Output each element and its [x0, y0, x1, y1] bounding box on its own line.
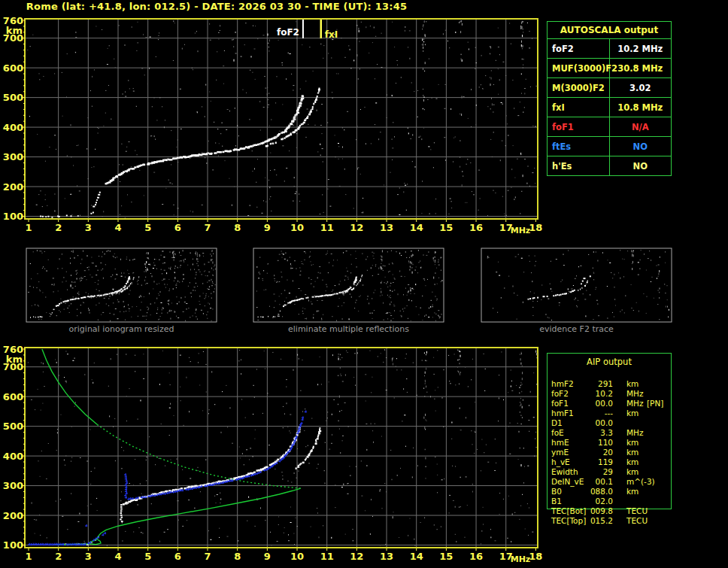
- y-tick-label: 500: [3, 421, 23, 432]
- aip-parameter-label: hmF1: [551, 409, 574, 418]
- aip-parameter-value: 291: [577, 379, 613, 389]
- autoscala-parameter-label: foF1: [548, 117, 610, 137]
- x-tick-label: 13: [380, 222, 393, 233]
- panel-border: [26, 248, 217, 322]
- e-layer-trace: [40, 212, 94, 218]
- aip-parameter-label: foE: [551, 428, 564, 438]
- aip-row: TEC[Top]015.2TECU: [547, 516, 672, 526]
- autoscala-table-title: AUTOSCALA output: [548, 22, 672, 39]
- aip-parameter-label: D1: [551, 418, 563, 428]
- x-tick-label: 14: [410, 551, 423, 562]
- y-axis-labels: 760700600500400300200100km: [3, 344, 23, 551]
- x-tick-label: 7: [204, 222, 211, 233]
- x-tick-label: 9: [264, 222, 271, 233]
- aip-parameter-value: 02.0: [577, 497, 613, 506]
- fxI-marker-label: fxI: [325, 29, 338, 40]
- aip-row: foF210.2MHz: [547, 389, 672, 399]
- aip-row: B0088.0km: [547, 487, 672, 497]
- panel-caption-original: original ionogram resized: [26, 324, 217, 334]
- aip-parameter-unit: TECU: [626, 516, 648, 526]
- aip-row: hmE110km: [547, 438, 672, 448]
- profile-ionogram-plot: 760700600500400300200100km12345678910111…: [0, 342, 549, 568]
- aip-parameter-value: 3.3: [577, 428, 613, 438]
- aip-parameter-label: ymE: [551, 448, 569, 457]
- y-tick-label: 200: [3, 510, 23, 521]
- x-tick-label: 4: [114, 222, 121, 233]
- station-title: Rome (lat: +41.8, lon: 012.5) - DATE: 20…: [0, 1, 433, 12]
- aip-parameter-value: 00.1: [577, 477, 613, 487]
- y-tick-label: 100: [3, 539, 23, 551]
- y-tick-label: 600: [3, 391, 23, 402]
- aip-row: foF100.0MHz[PN]: [547, 399, 672, 409]
- y-tick-label: 100: [3, 211, 23, 222]
- panel-caption-reflections: eliminate multiple reflections: [253, 324, 444, 334]
- y-tick-label: 300: [3, 151, 23, 163]
- aip-parameter-unit: km: [626, 448, 639, 457]
- y-tick-label: 200: [3, 181, 23, 193]
- aip-parameter-unit: MHz: [626, 428, 643, 438]
- bottom-frame: [25, 348, 538, 548]
- autoscala-row: M(3000)F23.02: [548, 78, 672, 98]
- restored-trace-blue: [28, 410, 307, 545]
- aip-parameter-label: Ewidth: [551, 467, 578, 477]
- autoscala-parameter-value: 3.02: [609, 78, 672, 98]
- autoscala-parameter-value: N/A: [609, 117, 672, 137]
- y-tick-label: 300: [3, 480, 23, 491]
- autoscala-row: MUF(3000)F230.8 MHz: [548, 59, 672, 78]
- x-axis-labels: 123456789101112131415161718MHz: [25, 551, 542, 564]
- x-tick-label: 16: [469, 551, 483, 562]
- x-tick-label: 3: [85, 222, 92, 233]
- aip-parameter-label: h_vE: [551, 457, 570, 467]
- aip-table-title: AIP output: [547, 357, 672, 367]
- x-tick-label: 8: [234, 551, 241, 562]
- aip-parameter-label: hmE: [551, 438, 569, 448]
- aip-row: TEC[Bot]009.8TECU: [547, 506, 672, 516]
- aip-row: hmF1---km: [547, 409, 672, 418]
- x-tick-label: 5: [144, 551, 151, 562]
- autoscala-row: h'EsNO: [548, 156, 672, 176]
- autoscala-parameter-label: MUF(3000)F2: [548, 59, 610, 78]
- panel-caption-f2trace: evidence F2 trace: [481, 324, 672, 334]
- aip-row: h_vE119km: [547, 457, 672, 467]
- aip-parameter-label: foF2: [551, 389, 569, 399]
- autoscala-parameter-label: h'Es: [548, 156, 610, 176]
- x-tick-label: 18: [529, 222, 542, 233]
- x-tick-label: 15: [439, 551, 453, 562]
- recorded-ionogram-plot: 760700600500400300200100km12345678910111…: [0, 14, 549, 239]
- autoscala-row: ftEsNO: [548, 137, 672, 156]
- autoscala-parameter-value: 10.2 MHz: [609, 39, 672, 59]
- axis-ticks: [22, 20, 535, 222]
- x-tick-label: 10: [290, 551, 304, 562]
- aip-parameter-label: B1: [551, 497, 562, 506]
- gridlines: [26, 20, 537, 218]
- aip-parameter-value: 009.8: [577, 506, 613, 516]
- aip-parameter-value: 29: [577, 467, 613, 477]
- y-axis-labels: 760700600500400300200100km: [3, 15, 23, 223]
- noise-layer: [27, 20, 537, 218]
- x-tick-label: 3: [85, 551, 92, 562]
- noise-layer: [28, 350, 538, 546]
- autoscala-window: Rome (lat: +41.8, lon: 012.5) - DATE: 20…: [0, 0, 728, 568]
- aip-parameter-flag: [PN]: [647, 399, 663, 409]
- x-tick-label: 11: [320, 222, 334, 233]
- aip-row: Ewidth29km: [547, 467, 672, 477]
- panel-border: [481, 248, 672, 322]
- top-axes: 760700600500400300200100km12345678910111…: [3, 15, 543, 236]
- aip-row: hmF2291km: [547, 379, 672, 389]
- x-tick-label: 6: [174, 222, 181, 233]
- bottom-axes: 760700600500400300200100km12345678910111…: [3, 344, 543, 565]
- aip-output-table: AIP output hmF2291kmfoF210.2MHzfoF100.0M…: [547, 353, 672, 527]
- x-tick-label: 7: [204, 551, 211, 562]
- x-tick-label: 15: [439, 222, 453, 233]
- autoscala-parameter-label: ftEs: [548, 137, 610, 156]
- autoscala-parameter-value: 10.8 MHz: [609, 98, 672, 117]
- autoscala-parameter-label: M(3000)F2: [548, 78, 610, 98]
- x-tick-label: 4: [114, 551, 121, 562]
- frequency-markers: foF2fxI: [277, 20, 338, 40]
- aip-parameter-unit: km: [626, 467, 639, 477]
- autoscala-row: fxI10.8 MHz: [548, 98, 672, 117]
- aip-parameter-value: 110: [577, 438, 613, 448]
- x-tick-label: 10: [290, 222, 304, 233]
- autoscala-parameter-value: 30.8 MHz: [609, 59, 672, 78]
- x-tick-label: 9: [264, 551, 271, 562]
